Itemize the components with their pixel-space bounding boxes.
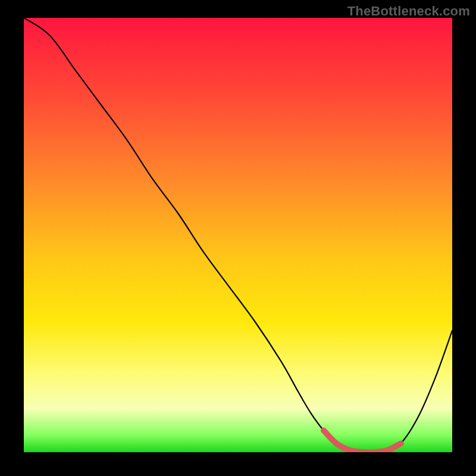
- plot-area: [24, 18, 452, 452]
- curve-layer: [24, 18, 452, 452]
- watermark-text: TheBottleneck.com: [347, 4, 470, 19]
- bottleneck-curve: [24, 18, 452, 452]
- chart-frame: TheBottleneck.com: [0, 0, 476, 476]
- optimal-range-highlight: [324, 431, 401, 453]
